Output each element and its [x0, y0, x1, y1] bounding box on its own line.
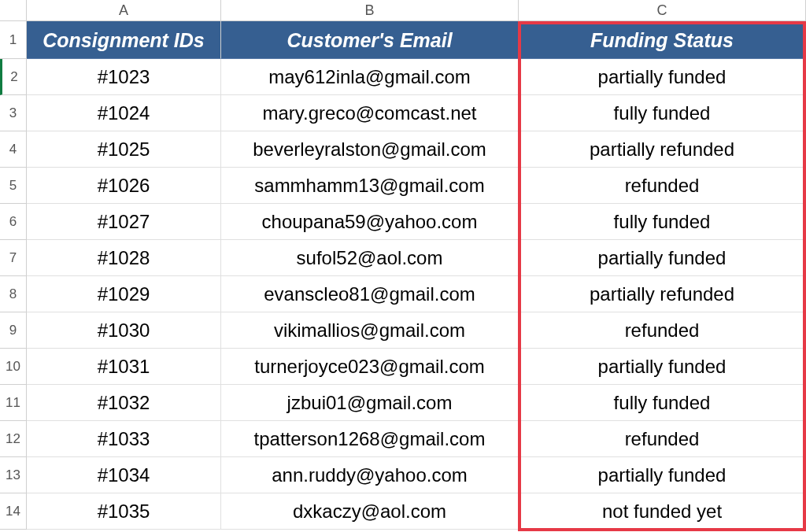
header-funding-status[interactable]: Funding Status — [519, 21, 806, 59]
cell-funding-status[interactable]: fully funded — [519, 204, 806, 240]
cell-consignment-id[interactable]: #1025 — [27, 131, 221, 168]
row-number-5[interactable]: 5 — [0, 168, 27, 204]
cell-consignment-id[interactable]: #1023 — [27, 59, 221, 95]
cell-funding-status[interactable]: fully funded — [519, 95, 806, 131]
row-number-8[interactable]: 8 — [0, 276, 27, 312]
row-number-4[interactable]: 4 — [0, 131, 27, 168]
row-number-1[interactable]: 1 — [0, 21, 27, 59]
cell-funding-status[interactable]: partially funded — [519, 59, 806, 95]
row-number-14[interactable]: 14 — [0, 493, 27, 530]
cell-funding-status[interactable]: partially refunded — [519, 276, 806, 312]
cell-customer-email[interactable]: turnerjoyce023@gmail.com — [221, 349, 519, 385]
cell-consignment-id[interactable]: #1031 — [27, 349, 221, 385]
cell-funding-status[interactable]: partially refunded — [519, 131, 806, 168]
cell-funding-status[interactable]: not funded yet — [519, 493, 806, 530]
cell-customer-email[interactable]: dxkaczy@aol.com — [221, 493, 519, 530]
header-customer-email[interactable]: Customer's Email — [221, 21, 519, 59]
cell-customer-email[interactable]: choupana59@yahoo.com — [221, 204, 519, 240]
col-header-c[interactable]: C — [519, 0, 806, 21]
cell-funding-status[interactable]: partially funded — [519, 240, 806, 276]
cell-consignment-id[interactable]: #1032 — [27, 385, 221, 421]
header-consignment-ids[interactable]: Consignment IDs — [27, 21, 221, 59]
row-number-11[interactable]: 11 — [0, 385, 27, 421]
row-number-2[interactable]: 2 — [0, 59, 27, 95]
cell-customer-email[interactable]: vikimallios@gmail.com — [221, 312, 519, 349]
cell-funding-status[interactable]: partially funded — [519, 457, 806, 493]
cell-customer-email[interactable]: may612inla@gmail.com — [221, 59, 519, 95]
cell-customer-email[interactable]: ann.ruddy@yahoo.com — [221, 457, 519, 493]
cell-consignment-id[interactable]: #1028 — [27, 240, 221, 276]
cell-customer-email[interactable]: sufol52@aol.com — [221, 240, 519, 276]
cell-customer-email[interactable]: jzbui01@gmail.com — [221, 385, 519, 421]
spreadsheet-grid: A B C 1 Consignment IDs Customer's Email… — [0, 0, 806, 530]
cell-customer-email[interactable]: tpatterson1268@gmail.com — [221, 421, 519, 457]
row-number-9[interactable]: 9 — [0, 312, 27, 349]
cell-consignment-id[interactable]: #1035 — [27, 493, 221, 530]
cell-customer-email[interactable]: beverleyralston@gmail.com — [221, 131, 519, 168]
cell-consignment-id[interactable]: #1026 — [27, 168, 221, 204]
cell-consignment-id[interactable]: #1029 — [27, 276, 221, 312]
cell-customer-email[interactable]: sammhamm13@gmail.com — [221, 168, 519, 204]
cell-funding-status[interactable]: refunded — [519, 421, 806, 457]
row-number-6[interactable]: 6 — [0, 204, 27, 240]
col-header-b[interactable]: B — [221, 0, 519, 21]
cell-funding-status[interactable]: partially funded — [519, 349, 806, 385]
row-number-7[interactable]: 7 — [0, 240, 27, 276]
cell-funding-status[interactable]: fully funded — [519, 385, 806, 421]
cell-funding-status[interactable]: refunded — [519, 312, 806, 349]
cell-consignment-id[interactable]: #1033 — [27, 421, 221, 457]
row-number-10[interactable]: 10 — [0, 349, 27, 385]
row-number-12[interactable]: 12 — [0, 421, 27, 457]
select-all-corner[interactable] — [0, 0, 27, 21]
cell-consignment-id[interactable]: #1024 — [27, 95, 221, 131]
cell-consignment-id[interactable]: #1027 — [27, 204, 221, 240]
cell-consignment-id[interactable]: #1030 — [27, 312, 221, 349]
cell-customer-email[interactable]: evanscleo81@gmail.com — [221, 276, 519, 312]
cell-funding-status[interactable]: refunded — [519, 168, 806, 204]
cell-consignment-id[interactable]: #1034 — [27, 457, 221, 493]
cell-customer-email[interactable]: mary.greco@comcast.net — [221, 95, 519, 131]
row-number-13[interactable]: 13 — [0, 457, 27, 493]
row-number-3[interactable]: 3 — [0, 95, 27, 131]
col-header-a[interactable]: A — [27, 0, 221, 21]
